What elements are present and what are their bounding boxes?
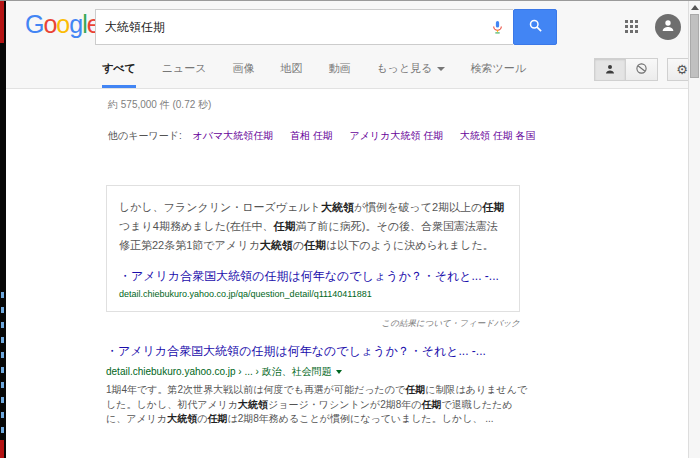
results-tabbar: すべて ニュース 画像 地図 動画 もっと見る 検索ツール — [6, 51, 688, 89]
magnifier-icon — [528, 18, 543, 36]
related-link[interactable]: オバマ大統領任期 — [193, 130, 274, 141]
gear-icon: ⚙ — [676, 62, 688, 77]
search-header: Google — [6, 1, 688, 51]
account-avatar[interactable] — [655, 14, 681, 40]
search-input[interactable] — [96, 10, 476, 44]
google-logo[interactable]: Google — [25, 10, 100, 39]
person-icon — [604, 61, 616, 79]
logo-letter: g — [69, 10, 82, 38]
apps-grid-icon[interactable] — [625, 20, 638, 33]
related-keywords: 他のキーワード: オバマ大統領任期 首相 任期 アメリカ大統領 任期 大統領 任… — [106, 129, 688, 143]
tab-news[interactable]: ニュース — [162, 51, 207, 88]
view-toggle-group — [594, 58, 658, 81]
globe-icon — [635, 61, 648, 79]
feedback-link[interactable]: この結果について・フィードバック — [106, 318, 520, 330]
result-title-link[interactable]: ・アメリカ合衆国大統領の任期は何年なのでしょうか？・それと... -... — [106, 343, 530, 360]
logo-letter: o — [43, 10, 56, 38]
tab-images[interactable]: 画像 — [233, 51, 255, 88]
breadcrumb: detail.chiebukuro.yahoo.co.jp › ... › 政治… — [106, 365, 530, 379]
vertical-scrollbar[interactable] — [688, 1, 700, 458]
breadcrumb-dropdown-icon[interactable] — [336, 370, 342, 374]
search-button[interactable] — [513, 9, 557, 45]
related-link[interactable]: アメリカ大統領 任期 — [350, 130, 444, 141]
scrollbar-up-arrow-icon[interactable] — [691, 5, 699, 10]
logo-letter: o — [56, 10, 69, 38]
tab-videos[interactable]: 動画 — [329, 51, 351, 88]
result-stats: 約 575,000 件 (0.72 秒) — [106, 98, 688, 112]
tab-all[interactable]: すべて — [102, 51, 136, 88]
search-result: ・アメリカ合衆国大統領の任期は何年なのでしょうか？・それと... -... de… — [106, 343, 530, 427]
related-link[interactable]: 大統領 任期 各国 — [460, 130, 536, 141]
person-icon — [660, 17, 676, 37]
edge-blue-dashes — [1, 283, 4, 441]
related-link[interactable]: 首相 任期 — [290, 130, 333, 141]
snippet-url: detail.chiebukuro.yahoo.co.jp/qa/questio… — [119, 289, 507, 299]
tab-search-tools[interactable]: 検索ツール — [471, 51, 527, 88]
logo-letter: G — [25, 10, 43, 38]
related-keywords-label: 他のキーワード: — [108, 130, 182, 141]
result-snippet: 1期4年です。第2次世界大戦以前は何度でも再選が可能だったので任期に制限はありま… — [106, 383, 530, 427]
edge-red-top — [0, 1, 4, 43]
snippet-title-link[interactable]: ・アメリカ合衆国大統領の任期は何年なのでしょうか？・それと... -... — [119, 268, 507, 285]
tab-more[interactable]: もっと見る — [377, 51, 445, 88]
hide-private-results-button[interactable] — [626, 58, 658, 81]
tabs: すべて ニュース 画像 地図 動画 もっと見る 検索ツール — [6, 51, 688, 88]
search-box — [95, 9, 513, 45]
edge-red-bottom — [0, 440, 4, 458]
scrollbar-thumb[interactable] — [690, 14, 699, 78]
window-edge-artifact — [0, 1, 6, 458]
featured-snippet-card: しかし、フランクリン・ローズヴェルト大統領が慣例を破って2期以上の任期つまり4期… — [106, 185, 520, 312]
mic-icon[interactable] — [491, 18, 504, 41]
chevron-down-icon — [437, 67, 445, 71]
personal-results-button[interactable] — [594, 58, 626, 81]
tab-maps[interactable]: 地図 — [281, 51, 303, 88]
search-form — [95, 9, 557, 45]
results-main: 約 575,000 件 (0.72 秒) 他のキーワード: オバマ大統領任期 首… — [6, 89, 688, 427]
snippet-paragraph: しかし、フランクリン・ローズヴェルト大統領が慣例を破って2期以上の任期つまり4期… — [119, 198, 507, 255]
